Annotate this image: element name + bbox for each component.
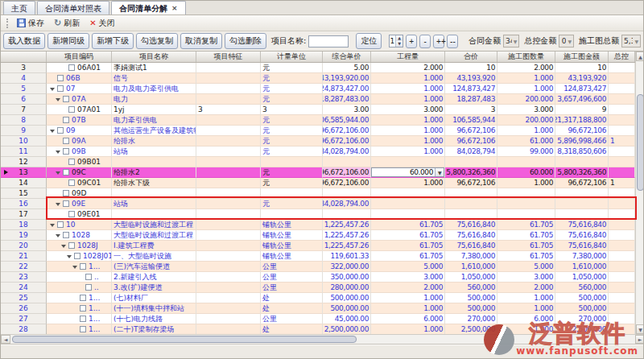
row-number[interactable]: 3 — [1, 63, 47, 73]
cell-sg_qty[interactable]: 1.000 — [497, 303, 555, 314]
cell-code[interactable]: 09A — [47, 136, 112, 146]
cell-total[interactable]: 96,672,106 — [445, 126, 497, 136]
cell-zk[interactable] — [609, 73, 635, 84]
cell-total[interactable]: 43,193,920 — [445, 73, 497, 84]
cell-name[interactable]: 1yj — [112, 105, 196, 115]
cell-sg_amt[interactable]: 96,672,106 — [555, 126, 609, 136]
cell-price[interactable]: 119,601.33 — [323, 251, 371, 262]
cell-sg_amt[interactable]: 7,380,000 — [555, 251, 609, 262]
cell-unit[interactable]: 元 — [261, 94, 323, 105]
cell-qty[interactable]: 1.000 — [371, 126, 445, 136]
row-number[interactable]: 18 — [1, 220, 47, 230]
check-copy-button[interactable]: 勾选复制 — [136, 33, 178, 49]
cell-unit[interactable]: 元 — [261, 63, 323, 73]
cell-code[interactable]: 09 — [47, 126, 112, 136]
cell-price[interactable]: 84,028,794.00 — [323, 146, 371, 157]
cell-sg_amt[interactable]: 96,672,106 — [555, 178, 609, 188]
cell-sg_qty[interactable]: 200.000 — [497, 94, 555, 105]
cell-name[interactable]: 电力及电力牵引供电 — [112, 84, 196, 94]
cell-feature[interactable] — [196, 293, 261, 303]
control-amount-field[interactable]: 0 ▼ — [559, 35, 574, 47]
cell-name[interactable] — [112, 209, 196, 220]
cell-sg_qty[interactable] — [497, 157, 555, 167]
row-number[interactable]: 4 — [1, 73, 47, 84]
drawing-total-field[interactable]: 5,315,4... ▼ — [621, 35, 641, 47]
cell-feature[interactable] — [196, 126, 261, 136]
cell-sg_qty[interactable]: 200.000 — [497, 115, 555, 126]
cell-qty[interactable]: 1.000 — [371, 303, 445, 314]
cell-feature[interactable] — [196, 303, 261, 314]
table-row[interactable]: 251...(七)材料厂处500,000.001.000500,0001.000… — [1, 293, 644, 303]
cell-code[interactable]: 1... — [47, 262, 112, 272]
row-checkbox[interactable] — [57, 221, 64, 228]
cell-code[interactable]: 07 — [47, 84, 112, 94]
cell-name[interactable]: 信号 — [112, 73, 196, 84]
row-number[interactable]: 11 — [1, 146, 47, 157]
cell-name[interactable]: 大型临时设施和过渡工程 — [112, 220, 196, 230]
row-checkbox[interactable] — [63, 190, 69, 196]
cell-zk[interactable] — [609, 188, 635, 199]
cell-name[interactable]: 一、大型临时设施 — [112, 251, 196, 262]
cell-sg_amt[interactable]: 75,616,840 — [555, 241, 609, 251]
row-number[interactable]: 23 — [1, 272, 47, 283]
cell-unit[interactable]: 元 — [261, 167, 323, 178]
cell-zk[interactable] — [609, 126, 635, 136]
cell-name[interactable]: 大型临时设施和过渡工程 — [112, 230, 196, 241]
header-5[interactable]: 工程量 — [371, 52, 445, 62]
cell-name[interactable]: 电力 — [112, 94, 196, 105]
row-checkbox[interactable] — [68, 159, 75, 165]
row-number[interactable]: 16 — [1, 199, 47, 209]
cell-zk[interactable]: 1 — [609, 136, 635, 146]
cell-zk[interactable] — [609, 209, 635, 220]
cell-price[interactable]: 500,000.00 — [323, 303, 371, 314]
cell-zk[interactable] — [609, 262, 635, 272]
cell-sg_qty[interactable]: 1.000 — [497, 84, 555, 94]
cell-code[interactable]: 06B — [47, 73, 112, 84]
cell-zk[interactable] — [609, 303, 635, 314]
cell-sg_qty[interactable]: 1.000 — [497, 293, 555, 303]
row-number[interactable]: 15 — [1, 188, 47, 199]
row-checkbox[interactable] — [80, 326, 86, 332]
table-row[interactable]: 707A011yj333.003.00033.0009 — [1, 105, 644, 115]
cell-code[interactable]: 09D — [47, 188, 112, 199]
expand-collapse-icon[interactable] — [56, 98, 60, 101]
row-checkbox[interactable] — [57, 127, 64, 134]
expand-one-button[interactable]: + — [406, 35, 417, 48]
cell-name[interactable]: 电力牵引供电 — [112, 115, 196, 126]
cell-sg_qty[interactable]: 61.705 — [497, 230, 555, 241]
cell-code[interactable]: .. — [47, 272, 112, 283]
cell-sg_qty[interactable]: 99.000 — [497, 146, 555, 157]
cell-qty[interactable]: 61.705 — [371, 251, 445, 262]
cell-feature[interactable]: 3 — [196, 105, 261, 115]
cell-qty[interactable]: 6.000 — [371, 314, 445, 324]
header-0[interactable]: 项目编码 — [47, 52, 112, 62]
table-row[interactable]: 909其他运营生产设备及建筑物元96,672,106.001.00096,672… — [1, 126, 644, 136]
cell-name[interactable]: (十七)电力线路 — [112, 314, 196, 324]
cell-sg_amt[interactable]: 9 — [555, 105, 609, 115]
cell-price[interactable] — [323, 188, 371, 199]
cell-price[interactable]: 124,873,427.00 — [323, 84, 371, 94]
cell-feature[interactable] — [196, 209, 261, 220]
table-row[interactable]: 221...(三)汽车运输便道公里322,000.005.0001,610,00… — [1, 262, 644, 272]
cell-zk[interactable] — [609, 241, 635, 251]
cell-qty[interactable]: 3.000 — [371, 105, 445, 115]
cell-feature[interactable] — [196, 94, 261, 105]
tab-close-icon[interactable]: × — [171, 2, 178, 14]
cell-total[interactable]: 5,800,326,360 — [445, 167, 497, 178]
cell-name[interactable]: 给排水下级 — [112, 178, 196, 188]
row-checkbox[interactable] — [80, 305, 86, 312]
cell-zk[interactable] — [609, 157, 635, 167]
cell-price[interactable] — [323, 209, 371, 220]
cell-feature[interactable] — [196, 188, 261, 199]
cell-zk[interactable] — [609, 84, 635, 94]
cell-unit[interactable]: 元 — [261, 178, 323, 188]
row-checkbox[interactable] — [57, 85, 64, 92]
cell-code[interactable]: 06A01 — [47, 63, 112, 73]
cell-unit[interactable]: 元 — [261, 126, 323, 136]
tab-contract-breakdown[interactable]: 合同清单分解 × — [111, 1, 186, 14]
level-spinner[interactable]: 1 ▲▼ — [389, 35, 403, 47]
cell-sg_qty[interactable] — [497, 199, 555, 209]
expand-collapse-icon[interactable] — [50, 130, 55, 133]
expand-collapse-icon[interactable] — [50, 88, 55, 91]
row-checkbox[interactable] — [63, 200, 69, 207]
